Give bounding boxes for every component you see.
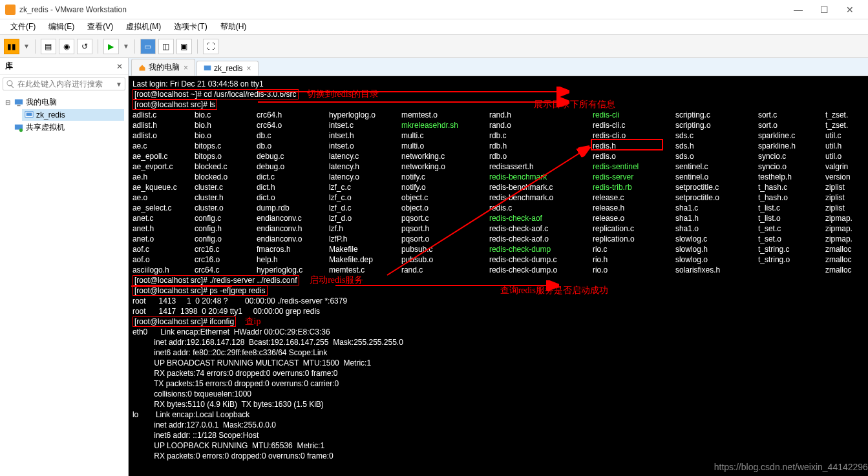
svg-point-5 bbox=[19, 128, 23, 131]
svg-rect-1 bbox=[17, 105, 20, 106]
home-icon bbox=[138, 64, 146, 72]
snapshot-button[interactable]: ◉ bbox=[59, 39, 74, 54]
fullscreen-button[interactable]: ▭ bbox=[140, 39, 156, 54]
tab-close-icon[interactable]: × bbox=[247, 64, 251, 73]
watermark: https://blog.csdn.net/weixin_44142296 bbox=[714, 462, 868, 472]
svg-rect-6 bbox=[204, 66, 211, 71]
menu-file[interactable]: 文件(F) bbox=[4, 21, 42, 32]
stretch-button[interactable]: ⛶ bbox=[203, 39, 218, 54]
menu-view[interactable]: 查看(V) bbox=[81, 21, 120, 32]
tree-my-computer[interactable]: ⊟ 我的电脑 bbox=[4, 96, 124, 109]
unity-button[interactable]: ◫ bbox=[158, 39, 174, 54]
tree-vm-zkredis[interactable]: zk_redis bbox=[22, 109, 124, 121]
search-box[interactable]: ▼ bbox=[3, 78, 125, 90]
library-button[interactable]: ▮▮ bbox=[4, 39, 19, 54]
dropdown-icon[interactable]: ▼ bbox=[123, 43, 129, 50]
sidebar: 库 ✕ ▼ ⊟ 我的电脑 zk_redis 共享虚拟机 bbox=[0, 58, 129, 476]
tab-vm[interactable]: zk_redis × bbox=[196, 61, 259, 76]
vm-icon bbox=[25, 110, 34, 119]
titlebar: zk_redis - VMware Workstation — ☐ ✕ bbox=[0, 0, 868, 19]
terminal[interactable]: Last login: Fri Dec 21 03:44:58 on tty1[… bbox=[129, 76, 868, 476]
shared-icon bbox=[14, 123, 23, 132]
window-title: zk_redis - VMware Workstation bbox=[19, 5, 785, 14]
menu-help[interactable]: 帮助(H) bbox=[214, 21, 253, 32]
sidebar-title: 库 bbox=[5, 61, 116, 72]
tab-label: zk_redis bbox=[214, 64, 243, 73]
maximize-button[interactable]: ☐ bbox=[811, 5, 837, 15]
tab-close-icon[interactable]: × bbox=[184, 63, 188, 72]
close-button[interactable]: ✕ bbox=[837, 5, 863, 15]
menu-tabs[interactable]: 选项卡(T) bbox=[167, 21, 213, 32]
tab-label: 我的电脑 bbox=[149, 62, 180, 73]
svg-rect-0 bbox=[15, 99, 23, 104]
content-tabs: 我的电脑 × zk_redis × bbox=[129, 58, 868, 76]
search-input[interactable] bbox=[17, 79, 114, 88]
menu-edit[interactable]: 编辑(E) bbox=[42, 21, 81, 32]
console-button[interactable]: ▣ bbox=[176, 39, 192, 54]
library-tree: ⊟ 我的电脑 zk_redis 共享虚拟机 bbox=[0, 93, 128, 476]
svg-rect-3 bbox=[26, 113, 32, 116]
menubar: 文件(F) 编辑(E) 查看(V) 虚拟机(M) 选项卡(T) 帮助(H) bbox=[0, 19, 868, 35]
tree-label: 我的电脑 bbox=[26, 97, 57, 108]
minimize-button[interactable]: — bbox=[785, 5, 811, 15]
thumbnail-button[interactable]: ▤ bbox=[41, 39, 56, 54]
sidebar-close-icon[interactable]: ✕ bbox=[116, 62, 123, 71]
vm-icon bbox=[204, 65, 211, 72]
revert-button[interactable]: ↺ bbox=[77, 39, 92, 54]
tree-label: 共享虚拟机 bbox=[26, 122, 65, 133]
app-icon bbox=[5, 5, 16, 15]
power-button[interactable]: ▶ bbox=[103, 39, 119, 54]
menu-vm[interactable]: 虚拟机(M) bbox=[120, 21, 167, 32]
computer-icon bbox=[14, 98, 23, 107]
dropdown-icon[interactable]: ▼ bbox=[23, 43, 30, 50]
tree-label: zk_redis bbox=[36, 110, 65, 119]
tab-home[interactable]: 我的电脑 × bbox=[131, 59, 195, 76]
toolbar: ▮▮▼ ▤ ◉ ↺ ▶▼ ▭ ◫ ▣ ⛶ bbox=[0, 35, 868, 58]
dropdown-icon[interactable]: ▼ bbox=[116, 81, 122, 88]
search-icon bbox=[6, 79, 15, 88]
tree-shared-vms[interactable]: 共享虚拟机 bbox=[4, 121, 124, 134]
